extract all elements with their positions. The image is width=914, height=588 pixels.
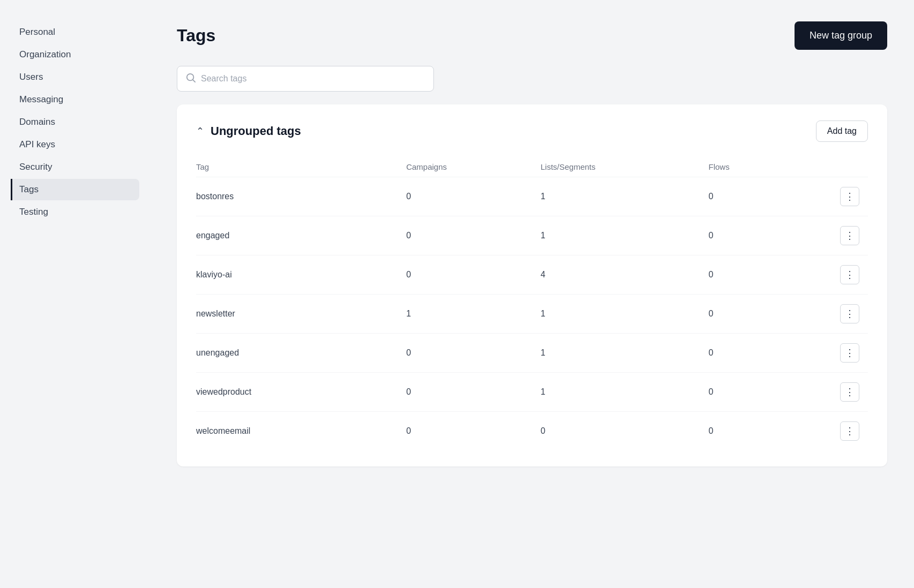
row-action-button-5[interactable]: ⋮	[840, 382, 859, 402]
row-action-button-0[interactable]: ⋮	[840, 187, 859, 206]
lists-segments-cell: 4	[532, 255, 700, 295]
search-icon	[186, 73, 196, 85]
lists-segments-cell: 1	[532, 373, 700, 412]
sidebar-item-api-keys[interactable]: API keys	[11, 134, 139, 155]
page-title: Tags	[177, 26, 215, 46]
table-row: unengaged010⋮	[196, 334, 868, 373]
main-content: Tags New tag group ⌃ Ungrouped tags Add …	[150, 0, 914, 588]
sidebar-item-security[interactable]: Security	[11, 156, 139, 178]
lists-segments-cell: 1	[532, 177, 700, 216]
sidebar: PersonalOrganizationUsersMessagingDomain…	[0, 0, 150, 588]
lists-segments-cell: 1	[532, 216, 700, 255]
campaigns-cell: 0	[398, 216, 532, 255]
flows-cell: 0	[700, 255, 821, 295]
lists-segments-cell: 1	[532, 334, 700, 373]
table-row: welcomeemail000⋮	[196, 412, 868, 451]
actions-cell: ⋮	[821, 177, 868, 216]
sidebar-item-domains[interactable]: Domains	[11, 111, 139, 133]
campaigns-cell: 0	[398, 255, 532, 295]
header-row: Tags New tag group	[177, 21, 887, 50]
campaigns-cell: 0	[398, 177, 532, 216]
campaigns-cell: 0	[398, 334, 532, 373]
flows-cell: 0	[700, 295, 821, 334]
tag-cell: unengaged	[196, 334, 398, 373]
collapse-chevron-icon[interactable]: ⌃	[196, 125, 204, 137]
group-header-left: ⌃ Ungrouped tags	[196, 124, 301, 138]
col-header-actions	[821, 157, 868, 177]
campaigns-cell: 0	[398, 373, 532, 412]
table-row: viewedproduct010⋮	[196, 373, 868, 412]
sidebar-item-personal[interactable]: Personal	[11, 21, 139, 43]
new-tag-group-button[interactable]: New tag group	[795, 21, 887, 50]
flows-cell: 0	[700, 412, 821, 451]
actions-cell: ⋮	[821, 373, 868, 412]
tag-cell: viewedproduct	[196, 373, 398, 412]
search-input-wrapper	[177, 66, 434, 92]
campaigns-cell: 0	[398, 412, 532, 451]
actions-cell: ⋮	[821, 412, 868, 451]
row-action-button-6[interactable]: ⋮	[840, 421, 859, 441]
flows-cell: 0	[700, 334, 821, 373]
svg-line-1	[193, 80, 195, 82]
tag-cell: klaviyo-ai	[196, 255, 398, 295]
sidebar-item-users[interactable]: Users	[11, 66, 139, 88]
col-header-campaigns: Campaigns	[398, 157, 532, 177]
table-row: klaviyo-ai040⋮	[196, 255, 868, 295]
row-action-button-3[interactable]: ⋮	[840, 304, 859, 323]
add-tag-button[interactable]: Add tag	[816, 120, 868, 142]
flows-cell: 0	[700, 373, 821, 412]
group-title: Ungrouped tags	[211, 124, 301, 138]
actions-cell: ⋮	[821, 216, 868, 255]
tags-table: Tag Campaigns Lists/Segments Flows bosto…	[196, 157, 868, 450]
lists-segments-cell: 0	[532, 412, 700, 451]
actions-cell: ⋮	[821, 295, 868, 334]
row-action-button-1[interactable]: ⋮	[840, 226, 859, 245]
lists-segments-cell: 1	[532, 295, 700, 334]
table-row: bostonres010⋮	[196, 177, 868, 216]
row-action-button-4[interactable]: ⋮	[840, 343, 859, 363]
sidebar-item-testing[interactable]: Testing	[11, 201, 139, 223]
tags-card: ⌃ Ungrouped tags Add tag Tag Campaigns L…	[177, 104, 887, 466]
tag-cell: newsletter	[196, 295, 398, 334]
flows-cell: 0	[700, 177, 821, 216]
flows-cell: 0	[700, 216, 821, 255]
tag-cell: welcomeemail	[196, 412, 398, 451]
search-input[interactable]	[201, 74, 425, 84]
row-action-button-2[interactable]: ⋮	[840, 265, 859, 284]
col-header-tag: Tag	[196, 157, 398, 177]
sidebar-item-tags[interactable]: Tags	[11, 179, 139, 200]
table-row: engaged010⋮	[196, 216, 868, 255]
sidebar-item-organization[interactable]: Organization	[11, 44, 139, 65]
actions-cell: ⋮	[821, 334, 868, 373]
table-row: newsletter110⋮	[196, 295, 868, 334]
search-container	[177, 66, 887, 92]
tag-cell: engaged	[196, 216, 398, 255]
actions-cell: ⋮	[821, 255, 868, 295]
tag-cell: bostonres	[196, 177, 398, 216]
col-header-lists-segments: Lists/Segments	[532, 157, 700, 177]
group-header: ⌃ Ungrouped tags Add tag	[196, 120, 868, 142]
col-header-flows: Flows	[700, 157, 821, 177]
table-header-row: Tag Campaigns Lists/Segments Flows	[196, 157, 868, 177]
campaigns-cell: 1	[398, 295, 532, 334]
sidebar-item-messaging[interactable]: Messaging	[11, 89, 139, 110]
